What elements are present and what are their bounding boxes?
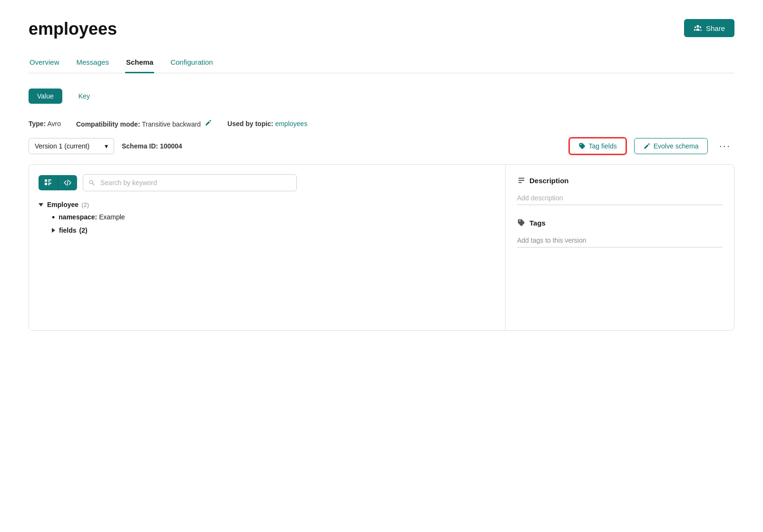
tag-fields-button[interactable]: Tag fields [569, 138, 626, 155]
tab-overview[interactable]: Overview [29, 53, 60, 73]
tree-view-icon [44, 179, 52, 187]
share-label: Share [706, 24, 725, 32]
view-toggle [39, 175, 77, 190]
compat-meta: Compatibility mode: Transitive backward [76, 119, 212, 128]
page-container: employees Share Overview Messages Schema… [0, 0, 763, 532]
tree-root-count: (2) [81, 201, 89, 208]
bullet-icon: • [52, 213, 55, 222]
svg-rect-5 [48, 184, 50, 185]
key-toggle-button[interactable]: Key [70, 89, 98, 104]
tag-section-icon [517, 218, 526, 227]
edit-icon [205, 119, 212, 127]
svg-rect-2 [45, 183, 47, 185]
tag-icon [578, 142, 586, 150]
evolve-icon [643, 142, 651, 150]
tree-fields-toggle[interactable]: fields (2) [52, 227, 496, 234]
fields-label: fields [59, 227, 77, 234]
used-by-link[interactable]: employees [275, 120, 307, 128]
tags-section: Tags Add tags to this version [517, 218, 723, 247]
code-view-button[interactable] [58, 175, 77, 190]
tree-root: Employee (2) • namespace: Example fields… [39, 201, 496, 234]
value-toggle-button[interactable]: Value [29, 89, 62, 104]
svg-rect-1 [48, 179, 51, 180]
search-input[interactable] [83, 174, 297, 191]
version-select[interactable]: Version 1 (current) ▾ [29, 138, 114, 154]
schema-toolbar [39, 174, 496, 191]
meta-row: Type: Avro Compatibility mode: Transitiv… [29, 119, 734, 128]
schema-panel: Employee (2) • namespace: Example fields… [29, 165, 506, 330]
description-title: Description [529, 177, 569, 185]
chevron-down-icon: ▾ [105, 142, 108, 150]
page-header: employees Share [29, 19, 734, 39]
page-title: employees [29, 19, 117, 39]
share-button[interactable]: Share [684, 19, 734, 37]
code-view-icon [64, 179, 71, 187]
main-content: Employee (2) • namespace: Example fields… [29, 164, 734, 331]
description-input[interactable] [517, 191, 723, 205]
namespace-label: namespace: Example [59, 213, 125, 221]
collapsed-icon [52, 228, 55, 233]
svg-rect-3 [48, 183, 51, 184]
compat-edit-icon[interactable] [205, 119, 212, 127]
svg-rect-4 [48, 181, 50, 182]
toggle-group: Value Key [29, 89, 734, 104]
more-options-button[interactable]: ··· [715, 138, 734, 154]
tree-leaf-namespace: • namespace: Example [52, 213, 496, 222]
tabs-container: Overview Messages Schema Configuration [29, 53, 734, 73]
tab-schema[interactable]: Schema [125, 53, 155, 73]
tree-children: • namespace: Example fields (2) [39, 213, 496, 234]
share-icon [694, 24, 702, 32]
used-by-meta: Used by topic: employees [227, 120, 307, 128]
tree-view-button[interactable] [39, 175, 58, 190]
search-icon [88, 179, 95, 186]
svg-rect-0 [45, 179, 47, 182]
tags-placeholder-text: Add tags to this version [517, 234, 723, 247]
tab-configuration[interactable]: Configuration [169, 53, 214, 73]
schema-id: Schema ID: 100004 [122, 142, 182, 150]
evolve-schema-label: Evolve schema [654, 142, 699, 150]
tree-root-name: Employee [47, 201, 78, 208]
description-section: Description [517, 176, 723, 205]
fields-count: (2) [79, 227, 88, 234]
description-list-icon [517, 176, 526, 185]
details-panel: Description Tags Add tags to this versio… [506, 165, 734, 330]
tag-fields-label: Tag fields [589, 142, 617, 150]
tags-title: Tags [529, 219, 546, 227]
tags-header: Tags [517, 218, 723, 227]
expand-icon [39, 203, 43, 207]
toolbar-row: Version 1 (current) ▾ Schema ID: 100004 … [29, 138, 734, 155]
schema-tree: Employee (2) • namespace: Example fields… [39, 201, 496, 234]
version-label: Version 1 (current) [35, 142, 89, 150]
description-header: Description [517, 176, 723, 185]
evolve-schema-button[interactable]: Evolve schema [634, 138, 708, 154]
tree-root-toggle[interactable]: Employee (2) [39, 201, 496, 208]
type-meta: Type: Avro [29, 120, 61, 128]
tab-messages[interactable]: Messages [76, 53, 110, 73]
search-input-wrapper [83, 174, 297, 191]
